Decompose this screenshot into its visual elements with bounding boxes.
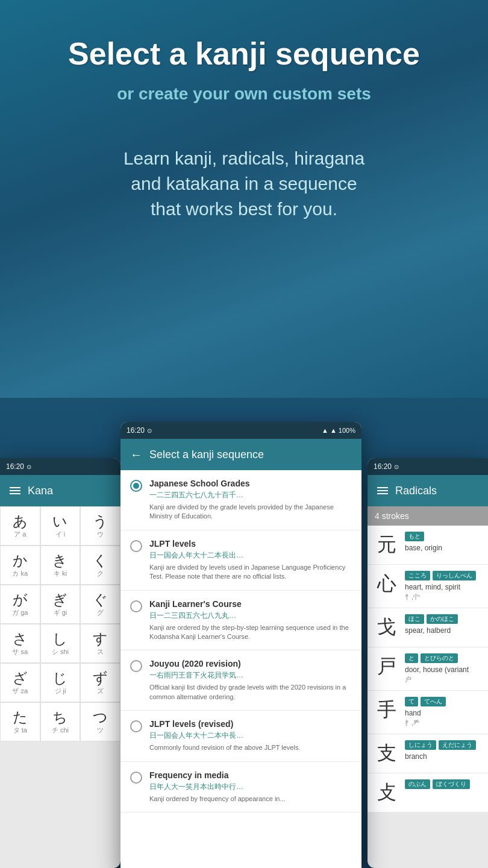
radical-meaning: heart, mind, spirit [405, 583, 481, 591]
android-icon: ⊙ [27, 464, 31, 470]
radical-tag: こころ [405, 571, 430, 580]
status-bar-center: 16:20 ⊙ ▲ ▲ 100% [120, 422, 361, 439]
kana-cell[interactable]: あア a [0, 506, 40, 546]
seq-frequency: Frequency in media 日年人大一笑月本出時中行… Kanji o… [149, 770, 352, 804]
list-item[interactable]: Kanji Learner's Course 日一二三四五六七八九丸… Kanj… [120, 591, 361, 651]
list-item[interactable]: Frequency in media 日年人大一笑月本出時中行… Kanji o… [120, 762, 361, 813]
radical-tag: てへん [421, 697, 446, 706]
list-item[interactable]: JLPT levels 日一国会人年大十二本長出… Kanji are divi… [120, 530, 361, 591]
seq-desc: Kanji are ordered by the step-by-step le… [149, 623, 352, 642]
radical-tag: ほこ [405, 614, 424, 624]
radical-tag: て [405, 697, 418, 706]
kana-cell[interactable]: くク [80, 546, 120, 585]
radical-meaning: branch [405, 752, 481, 761]
radical-tags: と とびらのと [405, 653, 481, 663]
phone-right: 16:20 ⊙ Radicals 4 strokes 元 もと [368, 458, 488, 868]
kana-cell[interactable]: たタ ta [0, 702, 40, 741]
time-center: 16:20 [127, 426, 145, 435]
kana-cell[interactable]: ぎギ gi [40, 585, 81, 624]
kana-cell[interactable]: ちチ chi [40, 702, 81, 741]
list-item[interactable]: 元 もと base, origin [368, 526, 488, 565]
list-item[interactable]: 支 しにょう えだにょう branch [368, 734, 488, 773]
time-right: 16:20 [374, 462, 392, 471]
time-left: 16:20 [6, 462, 24, 471]
seq-title: Frequency in media [149, 770, 352, 780]
radical-char: 戈 [375, 614, 399, 641]
radio-japanese-school[interactable] [130, 480, 142, 492]
list-item[interactable]: 戈 ほこ かのほこ spear, halberd [368, 608, 488, 647]
list-item[interactable]: 心 こころ りっしんべん heart, mind, spirit 忄,㣺 [368, 565, 488, 608]
seq-desc: Official kanji list divided by grade lev… [149, 683, 352, 702]
radio-jlpt[interactable] [130, 540, 142, 552]
radical-char: 元 [375, 532, 399, 558]
seq-kanji: 一右雨円王音下火花貝学気… [149, 670, 352, 681]
radical-info: て てへん hand 扌,龵 [405, 697, 481, 728]
radical-meaning: base, origin [405, 544, 481, 552]
sequence-list: Japanese School Grades 一二三四五六七八九十百千… Kan… [120, 470, 361, 868]
radio-jouyou[interactable] [130, 660, 142, 672]
list-item[interactable]: 戸 と とびらのと door, house (variant 户 [368, 647, 488, 691]
kana-cell[interactable]: かカ ka [0, 546, 40, 585]
kana-cell[interactable]: ざザ za [0, 663, 40, 702]
kana-cell[interactable]: さサ sa [0, 624, 40, 663]
list-item[interactable]: Japanese School Grades 一二三四五六七八九十百千… Kan… [120, 470, 361, 530]
seq-title: Japanese School Grades [149, 479, 352, 488]
seq-title: Jouyou (2020 revision) [149, 659, 352, 668]
radical-tag: えだにょう [439, 740, 476, 750]
seq-title: JLPT levels [149, 539, 352, 549]
android-icon-right: ⊙ [394, 464, 399, 470]
radio-kanji-learners[interactable] [130, 600, 142, 612]
seq-kanji: 一二三四五六七八九十百千… [149, 490, 352, 500]
radical-tags: のぶん ぼくづくり [405, 779, 481, 789]
seq-kanji: 日一国会人年大十二本長出… [149, 550, 352, 561]
kana-cell[interactable]: ずズ [80, 663, 120, 702]
kana-cell[interactable]: いイ i [40, 506, 81, 546]
seq-desc: Kanji are divided by the grade levels pr… [149, 503, 352, 521]
kana-header: Kana [0, 475, 120, 506]
seq-kanji: 日一国会人年大十二本中長… [149, 731, 352, 741]
radical-char: 戸 [375, 653, 399, 680]
radical-tag: とびらのと [421, 653, 458, 663]
radical-info: と とびらのと door, house (variant 户 [405, 653, 481, 684]
phone-center: 16:20 ⊙ ▲ ▲ 100% ← Select a kanji sequen… [120, 422, 361, 868]
radical-sub: 户 [405, 675, 481, 684]
radical-info: のぶん ぼくづくり [405, 779, 481, 791]
kana-cell[interactable]: つツ [80, 702, 120, 741]
seq-title: JLPT levels (revised) [149, 719, 352, 729]
radio-frequency[interactable] [130, 772, 142, 784]
list-item[interactable]: 手 て てへん hand 扌,龵 [368, 691, 488, 734]
kana-cell[interactable]: きキ ki [40, 546, 81, 585]
radical-info: もと base, origin [405, 532, 481, 553]
seq-title: Kanji Learner's Course [149, 599, 352, 609]
radical-tag: ぼくづくり [433, 779, 470, 789]
radical-info: ほこ かのほこ spear, halberd [405, 614, 481, 636]
kana-cell[interactable]: うウ [80, 506, 120, 546]
radical-char: 支 [375, 740, 399, 767]
kana-cell[interactable]: じジ ji [40, 663, 81, 702]
radio-jlpt-revised[interactable] [130, 720, 142, 732]
kana-cell[interactable]: しシ shi [40, 624, 81, 663]
seq-desc: Commonly found revision of the above JLP… [149, 743, 352, 752]
signal-icon: ▲ [330, 427, 337, 434]
hamburger-icon[interactable] [10, 487, 20, 494]
radical-tags: ほこ かのほこ [405, 614, 481, 624]
list-item[interactable]: Jouyou (2020 revision) 一右雨円王音下火花貝学気… Off… [120, 650, 361, 711]
radical-tag: りっしんべん [433, 571, 476, 580]
seq-jlpt-revised: JLPT levels (revised) 日一国会人年大十二本中長… Comm… [149, 719, 352, 752]
status-icons: ▲ ▲ 100% [322, 427, 355, 434]
battery-icon: 100% [339, 427, 355, 434]
radical-char: 手 [375, 697, 399, 723]
radical-meaning: spear, halberd [405, 626, 481, 635]
kana-cell[interactable]: すス [80, 624, 120, 663]
hamburger-icon-right[interactable] [377, 487, 388, 494]
list-item[interactable]: 攴 のぶん ぼくづくり [368, 773, 488, 813]
android-icon-center: ⊙ [147, 427, 152, 434]
hero-title: Select a kanji sequence [24, 36, 464, 72]
radical-info: しにょう えだにょう branch [405, 740, 481, 762]
list-item[interactable]: JLPT levels (revised) 日一国会人年大十二本中長… Comm… [120, 711, 361, 761]
kana-cell[interactable]: ぐグ [80, 585, 120, 624]
wifi-icon: ▲ [322, 427, 328, 434]
seq-desc: Kanji ordered by frequency of appearance… [149, 794, 352, 804]
kana-cell[interactable]: がガ ga [0, 585, 40, 624]
back-button[interactable]: ← [130, 448, 142, 462]
